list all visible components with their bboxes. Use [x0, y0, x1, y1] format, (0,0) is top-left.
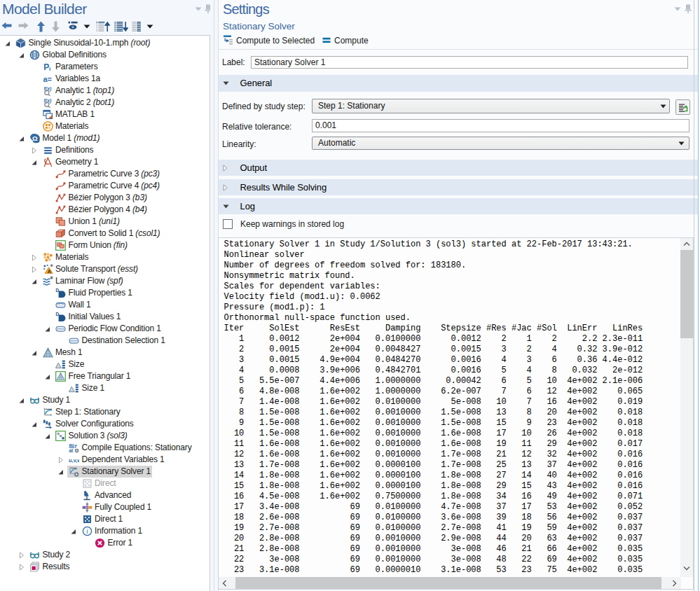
svg-text:au: au: [69, 443, 75, 447]
svg-text:A: A: [47, 268, 50, 273]
svg-text:P: P: [43, 62, 49, 71]
svg-text:i: i: [86, 527, 88, 535]
svg-text:f: f: [75, 443, 78, 449]
svg-text:a=: a=: [43, 75, 52, 83]
svg-text:at: at: [69, 447, 74, 452]
svg-text:Ω: Ω: [32, 134, 38, 141]
svg-text:i: i: [49, 66, 50, 72]
svg-text:u,v,w: u,v,w: [69, 457, 79, 463]
